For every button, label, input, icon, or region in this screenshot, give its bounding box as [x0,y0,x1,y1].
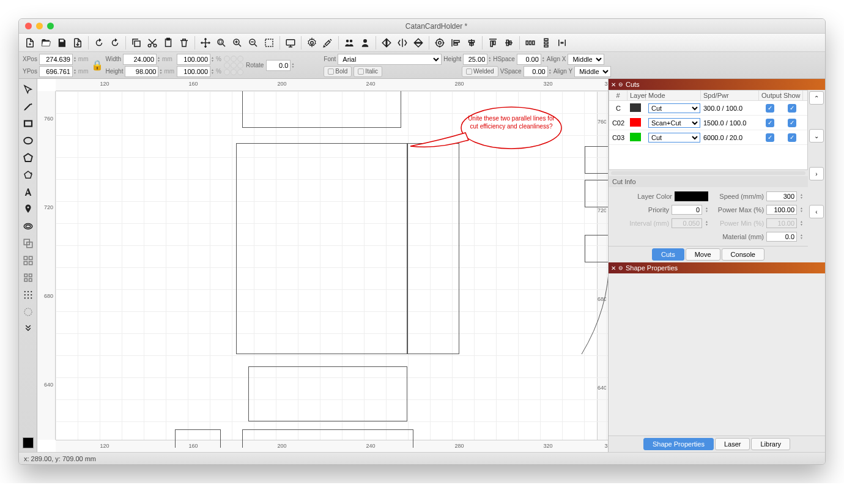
array-grid-icon[interactable] [20,253,36,269]
new-file-icon[interactable] [23,35,37,50]
shape-main-rect[interactable] [236,143,407,354]
preview-icon[interactable] [283,35,298,50]
show-checkbox[interactable]: ✓ [788,119,796,127]
italic-toggle[interactable]: Italic [354,66,382,77]
pan-icon[interactable] [198,35,213,50]
cuts-row[interactable]: C03 CutScan+CutScan 6000.0 / 20.0 ✓ ✓ [609,130,807,145]
group-users-icon[interactable] [342,35,357,50]
zoom-out-icon[interactable] [246,35,261,50]
ypos-input[interactable] [39,66,73,77]
zoom-window-button[interactable] [47,23,54,29]
mirror-icon[interactable] [395,35,410,50]
layer-up-button[interactable]: ⌃ [809,91,824,105]
shape-edge-2[interactable] [585,180,608,207]
font-height-input[interactable] [463,54,487,65]
canvas[interactable]: 120 160 200 240 280 320 360 120 160 200 … [37,79,608,452]
export-icon[interactable] [70,35,85,50]
layer-down-button[interactable]: ⌄ [809,129,824,143]
distribute-h-icon[interactable] [523,35,538,50]
select-tool-icon[interactable] [20,81,36,97]
mode-select[interactable]: CutScan+CutScan [648,118,700,128]
aligny-select[interactable]: Middle [574,66,611,77]
hspace-input[interactable] [517,54,541,65]
pencil-tool-icon[interactable] [20,98,36,114]
marker-tool-icon[interactable] [20,201,36,217]
polygon-tool-icon[interactable] [20,150,36,166]
close-window-button[interactable] [25,23,32,29]
copy-icon[interactable] [129,35,144,50]
align-left-icon[interactable] [448,35,463,50]
array-tool-icon[interactable] [20,270,36,286]
scale-x-input[interactable] [177,54,210,65]
align-hcenter-icon[interactable] [464,35,479,50]
zoom-in-icon[interactable] [230,35,245,50]
radial-array-icon[interactable] [20,304,36,320]
vflip-icon[interactable] [411,35,426,50]
current-color-swatch[interactable] [23,437,34,448]
save-icon[interactable] [54,35,69,50]
boolean-tool-icon[interactable] [20,235,36,251]
spacing-icon[interactable] [555,35,569,50]
show-checkbox[interactable]: ✓ [788,133,796,142]
shape-curve[interactable] [576,259,608,357]
show-checkbox[interactable]: ✓ [788,104,796,113]
layer-swatch[interactable] [630,118,641,127]
edit-nodes-icon[interactable] [20,167,36,183]
grid-dots-icon[interactable] [20,287,36,303]
welded-toggle[interactable]: Welded [462,66,498,77]
shape-narrow-rect[interactable] [407,143,459,354]
align-top-icon[interactable] [486,35,500,50]
redo-icon[interactable] [108,35,122,50]
layer-right-button[interactable]: › [809,167,824,180]
user-icon[interactable] [358,35,372,50]
shape-bottom-wide[interactable] [242,429,413,448]
cuts-row[interactable]: C CutScan+CutScan 300.0 / 100.0 ✓ ✓ [609,101,807,116]
material-input[interactable] [766,232,797,242]
align-vcenter-icon[interactable] [502,35,516,50]
shapeprops-close-icon[interactable]: ✕ [611,265,616,272]
zoom-frame-icon[interactable] [214,35,229,50]
ellipse-tool-icon[interactable] [20,133,36,149]
output-checkbox[interactable]: ✓ [766,104,774,113]
priority-input[interactable] [672,205,702,215]
tab-move[interactable]: Move [686,248,720,261]
powermax-input[interactable] [766,205,797,215]
layer-swatch[interactable] [630,133,641,141]
text-tool-icon[interactable] [20,184,36,200]
speed-input[interactable] [766,191,797,201]
minimize-window-button[interactable] [36,23,43,29]
nine-point-selector[interactable] [224,56,243,75]
lock-icon[interactable]: 🔒 [91,59,103,71]
shapeprops-pin-icon[interactable]: ⊖ [618,265,623,271]
paste-icon[interactable] [161,35,176,50]
rotate-input[interactable] [266,60,291,71]
output-checkbox[interactable]: ✓ [766,133,774,142]
output-checkbox[interactable]: ✓ [766,119,774,127]
alignx-select[interactable]: Middle [568,54,604,65]
font-select[interactable]: Arial [338,54,442,65]
rectangle-tool-icon[interactable] [20,116,36,132]
shape-top-rect[interactable] [242,91,401,128]
undo-icon[interactable] [92,35,106,50]
align-center-icon[interactable] [432,35,447,50]
xpos-input[interactable] [39,54,73,65]
tab-cuts[interactable]: Cuts [652,248,684,261]
shape-small-rect[interactable] [175,429,221,448]
tab-console[interactable]: Console [722,248,764,261]
delete-icon[interactable] [177,35,191,50]
tools-icon[interactable] [320,35,335,50]
height-input[interactable] [125,66,158,77]
width-input[interactable] [123,54,157,65]
tab-laser[interactable]: Laser [715,438,750,450]
mode-select[interactable]: CutScan+CutScan [648,103,700,113]
tab-shape-properties[interactable]: Shape Properties [643,438,714,450]
scale-y-input[interactable] [177,66,210,77]
shape-edge-1[interactable] [585,146,608,174]
distribute-v-icon[interactable] [539,35,553,50]
settings-icon[interactable] [305,35,319,50]
tab-library[interactable]: Library [751,438,790,450]
cuts-row[interactable]: C02 CutScan+CutScan 1500.0 / 100.0 ✓ ✓ [609,116,807,130]
layer-left-button[interactable]: ‹ [809,205,824,218]
cuts-close-icon[interactable]: ✕ [611,81,616,88]
mode-select[interactable]: CutScan+CutScan [648,133,700,143]
